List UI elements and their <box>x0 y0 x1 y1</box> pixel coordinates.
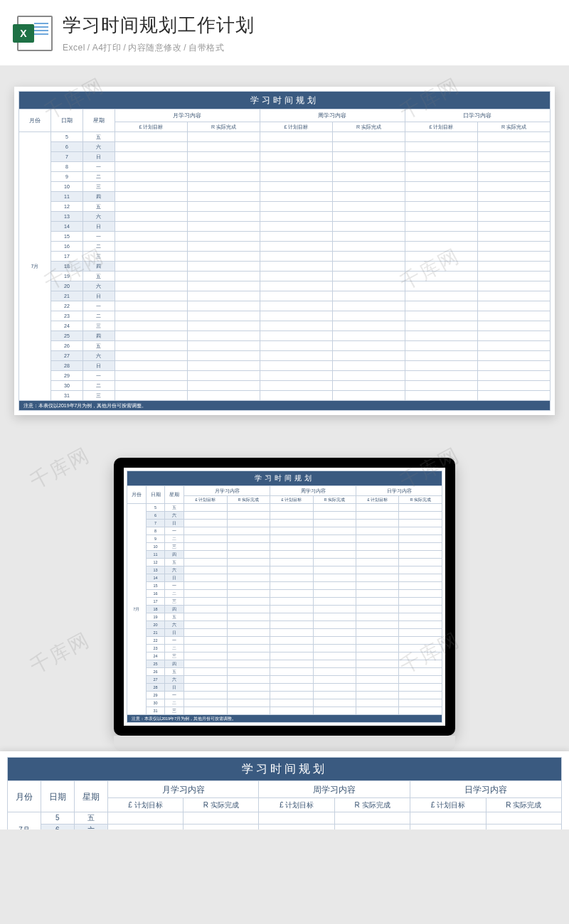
cell-empty <box>115 142 187 152</box>
cell-date: 7 <box>50 152 83 162</box>
cell-empty <box>405 301 477 311</box>
cell-empty <box>477 291 550 301</box>
cell-weekday: 二 <box>165 645 184 652</box>
col-actual: R 实际完成 <box>486 798 561 812</box>
cell-weekday: 六 <box>165 512 184 520</box>
cell-date: 20 <box>50 281 83 291</box>
cell-empty <box>313 684 356 692</box>
table-row: 18 四 <box>127 606 442 613</box>
cell-date: 10 <box>146 543 165 551</box>
cell-empty <box>187 361 260 371</box>
cell-date: 16 <box>50 242 83 252</box>
subtitle-tag: Excel <box>63 43 85 53</box>
table-row: 22 一 <box>19 301 551 311</box>
cell-empty <box>405 311 477 321</box>
cell-empty <box>356 566 399 574</box>
col-actual: R 实际完成 <box>332 122 405 132</box>
cell-empty <box>356 559 399 566</box>
cell-empty <box>184 676 227 684</box>
cell-empty <box>115 351 187 361</box>
cell-empty <box>399 652 442 660</box>
col-plan: £ 计划目标 <box>405 122 477 132</box>
table-row: 7月 5 五 <box>127 504 442 512</box>
col-plan: £ 计划目标 <box>260 122 332 132</box>
study-plan-table: 学习时间规划 月份 日期 星期 月学习内容 周学习内容 日学习内容 £ 计划目标… <box>18 91 551 411</box>
cell-weekday: 三 <box>83 321 115 331</box>
cell-weekday: 一 <box>165 527 184 535</box>
cell-empty <box>313 676 356 684</box>
cell-empty <box>187 272 260 281</box>
cell-empty <box>115 281 187 291</box>
cell-weekday: 一 <box>83 371 115 381</box>
cell-empty <box>270 559 313 566</box>
col-date: 日期 <box>146 486 165 504</box>
table-row: 6 六 <box>127 512 442 520</box>
cell-empty <box>405 182 477 192</box>
cell-empty <box>260 182 332 192</box>
cell-empty <box>356 645 399 652</box>
cell-empty <box>332 391 405 401</box>
cell-empty <box>270 645 313 652</box>
cell-empty <box>313 527 356 535</box>
cell-empty <box>227 527 270 535</box>
table-row: 25 四 <box>127 660 442 668</box>
cell-empty <box>477 272 550 281</box>
cell-empty <box>399 543 442 551</box>
cell-empty <box>405 272 477 281</box>
cell-weekday: 三 <box>83 252 115 262</box>
cell-empty <box>356 652 399 660</box>
cell-empty <box>332 361 405 371</box>
cell-empty <box>313 660 356 668</box>
cell-weekday: 六 <box>165 676 184 684</box>
cell-empty <box>356 535 399 543</box>
col-group-day: 日学习内容 <box>356 486 442 496</box>
col-plan: £ 计划目标 <box>184 496 227 504</box>
cell-date: 30 <box>146 699 165 707</box>
cell-date: 24 <box>50 321 83 331</box>
cell-empty <box>313 504 356 512</box>
cell-empty <box>405 242 477 252</box>
cell-empty <box>313 606 356 613</box>
table-row: 19 五 <box>127 613 442 621</box>
cell-empty <box>313 668 356 676</box>
cell-empty <box>184 621 227 629</box>
cell-empty <box>486 824 561 830</box>
cell-empty <box>187 162 260 172</box>
cell-empty <box>477 341 550 351</box>
cell-empty <box>184 692 227 699</box>
cell-empty <box>184 504 227 512</box>
cell-empty <box>332 202 405 212</box>
table-row: 9 二 <box>19 172 551 182</box>
cell-empty <box>356 629 399 637</box>
sheet-footer-note: 注意：本表仅以2019年7月为例，其他月份可按需调整。 <box>19 401 551 411</box>
cell-empty <box>115 341 187 351</box>
cell-empty <box>477 252 550 262</box>
cell-empty <box>399 660 442 668</box>
cell-empty <box>477 202 550 212</box>
cell-date: 5 <box>146 504 165 512</box>
cell-empty <box>260 222 332 232</box>
cell-empty <box>399 629 442 637</box>
cell-date: 8 <box>50 162 83 172</box>
cell-month: 7月 <box>8 812 41 830</box>
cell-empty <box>187 172 260 182</box>
cell-empty <box>399 598 442 606</box>
cell-empty <box>115 222 187 232</box>
cell-empty <box>405 331 477 341</box>
cell-empty <box>399 692 442 699</box>
cell-date: 19 <box>146 613 165 621</box>
cell-empty <box>356 707 399 715</box>
cell-date: 6 <box>41 824 74 830</box>
cell-empty <box>260 291 332 301</box>
cell-date: 19 <box>50 272 83 281</box>
cell-empty <box>332 262 405 272</box>
cell-empty <box>356 574 399 582</box>
cell-empty <box>227 660 270 668</box>
sheet-title: 学习时间规划 <box>19 92 551 109</box>
cell-empty <box>332 371 405 381</box>
cell-empty <box>399 699 442 707</box>
cell-empty <box>260 311 332 321</box>
cell-empty <box>270 598 313 606</box>
table-row: 21 日 <box>127 629 442 637</box>
cell-empty <box>227 504 270 512</box>
